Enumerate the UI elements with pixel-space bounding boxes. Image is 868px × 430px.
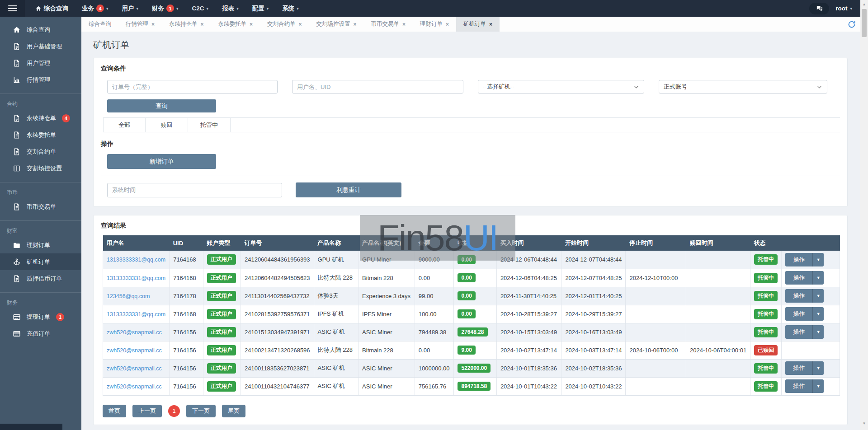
hamburger-menu-icon[interactable] [0,0,25,17]
close-icon[interactable]: × [354,22,357,27]
chevron-down-icon[interactable]: ▼ [813,253,824,266]
row-action-button[interactable]: 操作▼ [785,271,824,285]
row-action-button[interactable]: 操作▼ [785,325,824,339]
tab-币币交易单[interactable]: 币币交易单× [364,17,413,32]
sidebar-item-用户管理[interactable]: 用户管理 [0,55,81,71]
row-action-label[interactable]: 操作 [785,253,813,266]
row-action-label[interactable]: 操作 [785,271,813,285]
tab-交割场控设置[interactable]: 交割场控设置× [309,17,364,32]
row-action-label[interactable]: 操作 [785,361,813,375]
sidebar-item-label: 充值订单 [27,330,50,338]
sidebar-item-币币交易单[interactable]: 币币交易单 [0,198,81,215]
user-link[interactable]: 123456@qq.com [107,293,150,299]
nav-item-系统[interactable]: 系统▾ [275,0,306,17]
close-icon[interactable]: × [250,22,253,27]
chevron-down-icon[interactable]: ▼ [813,379,824,393]
chevron-down-icon[interactable]: ▼ [813,325,824,339]
cell-profit: 0.00 [454,305,496,323]
first-page-button[interactable]: 首页 [103,405,126,417]
nav-item-配置[interactable]: 配置▾ [245,0,276,17]
cell-uid: 7164156 [170,359,203,377]
scroll-down-icon[interactable]: ▼ [860,421,868,429]
tab-永续持仓单[interactable]: 永续持仓单× [162,17,211,32]
nav-item-综合查询[interactable]: 综合查询 [28,0,75,17]
next-page-button[interactable]: 下一页 [186,405,216,417]
chevron-down-icon[interactable]: ▼ [813,271,824,285]
miner-select[interactable]: --选择矿机-- [478,80,644,93]
chat-icon[interactable] [809,3,829,14]
cell-profit: 9.00 [454,341,496,359]
close-icon[interactable]: × [151,22,155,27]
close-icon[interactable]: × [201,22,204,27]
user-link[interactable]: zwh520@snapmail.cc [107,347,162,354]
filter-tab-托管中[interactable]: 托管中 [188,118,231,132]
cell-status: 托管中 [750,323,782,341]
user-link[interactable]: zwh520@snapmail.cc [107,365,162,372]
tab-行情管理[interactable]: 行情管理× [118,17,162,32]
filter-tab-全部[interactable]: 全部 [103,118,146,132]
sidebar-item-交割场控设置[interactable]: 交割场控设置 [0,160,81,177]
tab-理财订单[interactable]: 理财订单× [413,17,456,32]
tab-综合查询[interactable]: 综合查询 [81,17,118,32]
add-order-button[interactable]: 新增订单 [107,154,216,169]
close-icon[interactable]: × [489,22,492,27]
user-link[interactable]: 13133333331@qq.com [107,275,165,281]
nav-item-财务[interactable]: 财务1▾ [145,0,185,17]
chevron-down-icon[interactable]: ▼ [813,289,824,303]
search-button[interactable]: 查询 [107,99,216,112]
sidebar-item-行情管理[interactable]: 行情管理 [0,71,81,88]
close-icon[interactable]: × [299,22,302,27]
interest-recalc-button[interactable]: 利息重计 [296,182,401,197]
chevron-down-icon[interactable]: ▼ [813,361,824,375]
sidebar-item-永续持仓单[interactable]: 永续持仓单4 [0,110,81,126]
filter-tab-赎回[interactable]: 赎回 [146,118,188,132]
user-link[interactable]: zwh520@snapmail.cc [107,329,162,336]
chevron-down-icon: ▾ [297,6,299,11]
user-link[interactable]: zwh520@snapmail.cc [107,383,162,390]
account-type-select[interactable]: 正式账号 [659,80,827,93]
current-page-button[interactable]: 1 [168,405,180,417]
row-action-label[interactable]: 操作 [785,307,813,321]
tab-矿机订单[interactable]: 矿机订单× [456,17,500,32]
row-action-button[interactable]: 操作▼ [785,289,824,303]
nav-item-用户[interactable]: 用户▾ [115,0,146,17]
row-action-label[interactable]: 操作 [785,289,813,303]
scrollbar-thumb[interactable] [862,9,867,37]
user-menu[interactable]: root ▾ [835,5,852,12]
sidebar-item-交割合约单[interactable]: 交割合约单 [0,143,81,160]
close-icon[interactable]: × [402,22,406,27]
tab-永续委托单[interactable]: 永续委托单× [211,17,260,32]
system-time-input[interactable] [107,183,282,197]
username-uid-input[interactable] [292,80,463,93]
user-link[interactable]: 13133333331@qq.com [107,311,165,318]
sidebar-item-用户基础管理[interactable]: 用户基础管理 [0,38,81,55]
sidebar-item-质押借币订单[interactable]: 质押借币订单 [0,270,81,287]
user-link[interactable]: 13133333331@qq.com [107,257,165,263]
nav-item-报表[interactable]: 报表▾ [215,0,245,17]
row-action-label[interactable]: 操作 [785,325,813,339]
sidebar-item-永续委托单[interactable]: 永续委托单 [0,126,81,143]
nav-item-C2C[interactable]: C2C▾ [185,0,216,17]
vertical-scrollbar[interactable]: ▲ ▼ [860,0,868,430]
sidebar-item-理财订单[interactable]: 理财订单 [0,237,81,253]
row-action-button[interactable]: 操作▼ [785,379,824,393]
chevron-down-icon[interactable]: ▼ [813,307,824,321]
sidebar-item-提现订单[interactable]: 提现订单1 [0,308,81,325]
last-page-button[interactable]: 尾页 [222,405,245,417]
sidebar-item-综合查询[interactable]: 综合查询 [0,21,81,38]
prev-page-button[interactable]: 上一页 [132,405,162,417]
row-action-button[interactable]: 操作▼ [785,307,824,321]
chevron-down-icon: ▾ [137,6,139,11]
sidebar-item-矿机订单[interactable]: 矿机订单 [0,253,81,270]
sidebar-item-充值订单[interactable]: 充值订单 [0,325,81,342]
close-icon[interactable]: × [446,22,449,27]
nav-item-业务[interactable]: 业务4▾ [75,0,115,17]
order-number-input[interactable] [107,80,278,93]
refresh-icon[interactable] [848,20,856,28]
scroll-up-icon[interactable]: ▲ [860,0,868,7]
tab-交割合约单[interactable]: 交割合约单× [260,17,309,32]
row-action-button[interactable]: 操作▼ [785,361,824,375]
row-action-button[interactable]: 操作▼ [785,253,824,266]
row-action-label[interactable]: 操作 [785,379,813,393]
nav-item-label: 用户 [122,5,134,13]
